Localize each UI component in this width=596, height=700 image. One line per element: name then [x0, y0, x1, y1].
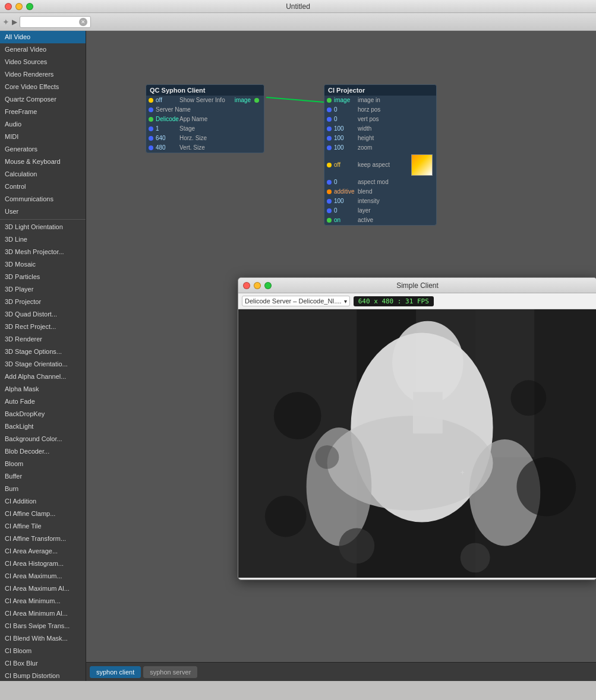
node-row: off keep aspect: [324, 153, 436, 178]
sidebar-item-freeframe[interactable]: FreeFrame: [0, 106, 86, 118]
sidebar-item-ci-area-maximum[interactable]: CI Area Maximum...: [0, 570, 86, 582]
node-val: on: [334, 216, 358, 224]
sidebar-item-ci-area-average[interactable]: CI Area Average...: [0, 545, 86, 558]
node-label: image in: [358, 96, 380, 104]
svg-point-17: [316, 445, 339, 469]
sidebar-item-3d-mosaic[interactable]: 3D Mosaic: [0, 258, 86, 271]
sidebar-item-communications[interactable]: Communications: [0, 193, 86, 205]
sidebar-item-video-sources[interactable]: Video Sources: [0, 56, 86, 68]
tab-syphon-server[interactable]: syphon server: [143, 666, 197, 678]
svg-point-9: [307, 427, 372, 546]
search-input[interactable]: [23, 18, 79, 26]
star-icon: ✦: [2, 17, 10, 27]
sidebar-item-user[interactable]: User: [0, 205, 86, 218]
client-close-button[interactable]: [243, 282, 250, 289]
sidebar-item-ci-area-minimum-al[interactable]: CI Area Minimum Al...: [0, 607, 86, 620]
tab-syphon-client[interactable]: syphon client: [90, 666, 141, 678]
sidebar-item-3d-light[interactable]: 3D Light Orientation: [0, 221, 86, 233]
node-ci-projector[interactable]: CI Projector image image in 0 horz pos 0…: [324, 84, 437, 226]
sidebar-item-burn[interactable]: Burn: [0, 483, 86, 495]
sidebar-item-ci-addition[interactable]: CI Addition: [0, 495, 86, 508]
client-toolbar: Delicode Server – Delicode_NI.... ▾ 640 …: [238, 293, 596, 309]
sidebar-item-3d-particles[interactable]: 3D Particles: [0, 271, 86, 283]
sidebar-item-3d-stage[interactable]: 3D Stage Options...: [0, 346, 86, 358]
minimize-button[interactable]: [15, 3, 23, 10]
sidebar-item-audio[interactable]: Audio: [0, 118, 86, 131]
sidebar-item-ci-area-minimum[interactable]: CI Area Minimum...: [0, 595, 86, 607]
port-left: [149, 136, 153, 141]
sidebar-item-background-color[interactable]: Background Color...: [0, 433, 86, 445]
node-row: 480 Vert. Size: [146, 143, 264, 153]
node-row: image image in: [324, 96, 436, 105]
client-minimize-button[interactable]: [254, 282, 261, 289]
server-dropdown[interactable]: Delicode Server – Delicode_NI.... ▾: [242, 296, 350, 306]
sidebar-item-mouse-keyboard[interactable]: Mouse & Keyboard: [0, 156, 86, 168]
port-left: [149, 145, 153, 150]
play-icon[interactable]: ▶: [12, 18, 17, 26]
close-button[interactable]: [5, 3, 12, 10]
sidebar-item-calculation[interactable]: Calculation: [0, 168, 86, 180]
maximize-button[interactable]: [26, 3, 33, 10]
sidebar-item-buffer[interactable]: Buffer: [0, 470, 86, 483]
svg-point-11: [274, 392, 321, 439]
fps-badge: 640 x 480 : 31 FPS: [354, 296, 434, 306]
search-container: ✕: [20, 16, 91, 28]
sidebar-item-ci-bars-swipe[interactable]: CI Bars Swipe Trans...: [0, 620, 86, 632]
node-row: 100 zoom: [324, 143, 436, 153]
window-title: Untitled: [286, 2, 310, 11]
sidebar-item-ci-area-histogram[interactable]: CI Area Histogram...: [0, 558, 86, 570]
node-label: zoom: [358, 144, 372, 152]
sidebar-item-alpha-mask[interactable]: Alpha Mask: [0, 383, 86, 395]
node-qc-syphon[interactable]: QC Syphon Client off Show Server Info im…: [146, 84, 264, 153]
sidebar-item-3d-renderer[interactable]: 3D Renderer: [0, 333, 86, 346]
node-val: Delicode: [156, 115, 179, 123]
sidebar-item-auto-fade[interactable]: Auto Fade: [0, 395, 86, 408]
sidebar-item-3d-player[interactable]: 3D Player: [0, 283, 86, 296]
sidebar-item-3d-quad[interactable]: 3D Quad Distort...: [0, 308, 86, 321]
client-maximize-button[interactable]: [264, 282, 272, 289]
sidebar-item-ci-area-maximum-al[interactable]: CI Area Maximum Al...: [0, 582, 86, 595]
port-left: [149, 98, 153, 103]
sidebar-item-3d-rect[interactable]: 3D Rect Project...: [0, 321, 86, 333]
sidebar-item-general-video[interactable]: General Video: [0, 43, 86, 56]
sidebar-item-ci-blend-mask[interactable]: CI Blend With Mask...: [0, 632, 86, 645]
port-left: [327, 126, 332, 131]
port-left: [327, 199, 332, 204]
port-left: [327, 107, 332, 112]
sidebar-item-all-video[interactable]: All Video: [0, 31, 86, 43]
sidebar-item-3d-stage-orient[interactable]: 3D Stage Orientatio...: [0, 358, 86, 370]
sidebar-item-control[interactable]: Control: [0, 180, 86, 193]
node-ci-projector-title: CI Projector: [324, 85, 436, 96]
port-left: [327, 208, 332, 213]
window-controls[interactable]: [5, 3, 33, 10]
svg-point-12: [510, 380, 546, 416]
sidebar-item-ci-affine-clamp[interactable]: CI Affine Clamp...: [0, 508, 86, 520]
sidebar-item-core-video-effects[interactable]: Core Video Effects: [0, 81, 86, 93]
sidebar-item-3d-projector[interactable]: 3D Projector: [0, 296, 86, 308]
sidebar-item-ci-affine-tile[interactable]: CI Affine Tile: [0, 520, 86, 533]
sidebar-item-backlight[interactable]: BackLight: [0, 420, 86, 433]
sidebar-item-3d-mesh[interactable]: 3D Mesh Projector...: [0, 246, 86, 258]
sidebar-item-blob-decoder[interactable]: Blob Decoder...: [0, 445, 86, 458]
sidebar-item-ci-box-blur[interactable]: CI Box Blur: [0, 657, 86, 670]
node-row: 1 Stage: [146, 124, 264, 134]
node-label: width: [358, 125, 371, 133]
sidebar-item-ci-affine-transform[interactable]: CI Affine Transform...: [0, 533, 86, 545]
node-label: Stage: [179, 125, 195, 133]
sidebar-item-add-alpha[interactable]: Add Alpha Channel...: [0, 370, 86, 383]
sidebar-item-ci-bump-distortion[interactable]: CI Bump Distortion: [0, 670, 86, 681]
sidebar-item-video-renderers[interactable]: Video Renderers: [0, 68, 86, 81]
sidebar-item-generators[interactable]: Generators: [0, 143, 86, 156]
node-val: 100: [334, 134, 358, 142]
chevron-down-icon: ▾: [344, 298, 347, 305]
sidebar-item-ci-bloom[interactable]: CI Bloom: [0, 645, 86, 657]
sidebar-item-bloom[interactable]: Bloom: [0, 458, 86, 470]
sidebar-item-3d-line[interactable]: 3D Line: [0, 233, 86, 246]
client-window-controls[interactable]: [243, 282, 272, 289]
sidebar-item-backdropkey[interactable]: BackDropKey: [0, 408, 86, 420]
sidebar-item-midi[interactable]: MIDI: [0, 131, 86, 143]
sidebar-item-quartz-composer[interactable]: Quartz Composer: [0, 93, 86, 106]
svg-point-14: [265, 496, 307, 537]
clear-search-button[interactable]: ✕: [79, 18, 87, 26]
svg-line-0: [266, 97, 324, 102]
